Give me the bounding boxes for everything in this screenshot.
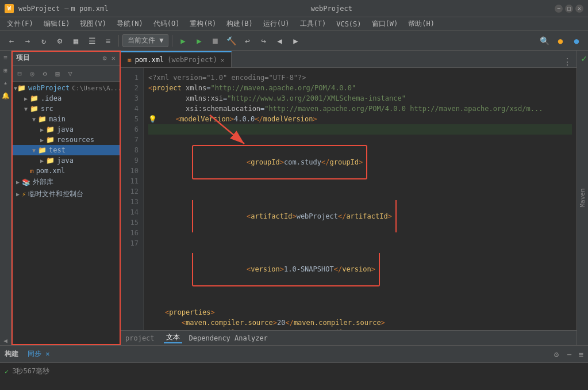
stop-button[interactable]: ⏹ <box>208 34 222 48</box>
code-editor[interactable]: 1 2 3 4 5 6 7 8 9 10 11 12 13 14 15 16 1… <box>121 68 577 330</box>
left-extra1[interactable]: ◀ <box>1 336 10 345</box>
menu-edit[interactable]: 编辑(E) <box>39 18 75 30</box>
maximize-button[interactable]: □ <box>565 5 573 13</box>
build-options-icon[interactable]: ≡ <box>579 350 583 359</box>
left-sidebar-icons: ≡ ⊞ ★ 🔔 ◀ <box>0 51 11 345</box>
editor-tab-text[interactable]: 文本 <box>164 332 182 343</box>
settings-icon[interactable]: ⚙ <box>53 34 67 48</box>
line-num-4: 4 <box>121 104 139 114</box>
menu-navigate[interactable]: 导航(N) <box>112 18 148 30</box>
panel-close-icon[interactable]: ✕ <box>112 54 116 62</box>
toolbar: ← → ↻ ⚙ ▦ ☰ ≡ 当前文件 ▼ ▶ ▶ ⏹ 🔨 ↩ ↪ ◀ ▶ 🔍 ●… <box>0 31 588 51</box>
pom-name: pom.xml <box>36 167 66 175</box>
code-line-11: <properties> <box>148 307 572 318</box>
search-everywhere-button[interactable]: 🔍 <box>537 34 551 48</box>
minimize-button[interactable]: − <box>555 5 563 13</box>
undo-button[interactable]: ↩ <box>240 34 254 48</box>
tab-actions[interactable]: ⋮ <box>563 56 577 67</box>
line-num-14: 14 <box>121 207 139 217</box>
tree-item-java2[interactable]: ▶ 📁 java <box>11 155 120 166</box>
src-folder-icon: 📁 <box>30 105 39 113</box>
structure-icon[interactable]: ≡ <box>1 53 10 62</box>
tree-item-java[interactable]: ▶ 📁 java <box>11 124 120 135</box>
java-name: java <box>57 125 74 133</box>
scratch-icon: ⚡ <box>22 190 26 198</box>
hierarchy-icon[interactable]: ⊞ <box>1 66 10 75</box>
build-settings-icon[interactable]: ⚙ <box>554 350 559 359</box>
tab-pomxml[interactable]: m pom.xml (webProject) ✕ <box>121 51 232 67</box>
tree-item-pom[interactable]: ▶ m pom.xml <box>11 166 120 176</box>
align-left-icon[interactable]: ☰ <box>85 34 99 48</box>
toolbar-separator2 <box>172 35 172 47</box>
run-button[interactable]: ▶ <box>176 34 190 48</box>
line-num-10: 10 <box>121 166 139 176</box>
forward-button[interactable]: → <box>21 34 34 48</box>
bookmark-icon[interactable]: ★ <box>1 78 10 87</box>
prev-button[interactable]: ◀ <box>272 34 286 48</box>
title-bar: W webProject — m pom.xml webProject − □ … <box>0 0 588 17</box>
refresh-button[interactable]: ↻ <box>37 34 51 48</box>
line-num-12: 12 <box>121 186 139 197</box>
extlibs-icon: 📚 <box>22 178 30 186</box>
filter-icon[interactable]: ▽ <box>64 68 76 79</box>
locate-icon[interactable]: ◎ <box>26 68 38 79</box>
tree-item-main[interactable]: ▼ 📁 main <box>11 114 120 124</box>
tab-close-icon[interactable]: ✕ <box>221 57 224 63</box>
idea-folder-icon: 📁 <box>30 94 39 102</box>
tab-pomxml-label: pom.xml <box>135 56 164 64</box>
menu-view[interactable]: 视图(V) <box>75 18 111 30</box>
tree-item-extlibs[interactable]: ▶ 📚 外部库 <box>11 176 120 188</box>
editor-tab-dependency[interactable]: Dependency Analyzer <box>187 334 270 342</box>
maven-sidebar-label[interactable]: Maven <box>579 188 586 207</box>
menu-tools[interactable]: 工具(T) <box>295 18 331 30</box>
extlibs-name: 外部库 <box>33 177 53 187</box>
plugin1-button[interactable]: ● <box>554 34 567 48</box>
tree-item-resources[interactable]: ▶ 📁 resources <box>11 135 120 145</box>
collapse-all-icon[interactable]: ⊟ <box>14 68 25 79</box>
tree-item-root[interactable]: ▼ 📁 webProject C:\Users\A... <box>11 83 120 93</box>
root-path: C:\Users\A... <box>72 85 120 92</box>
menu-refactor[interactable]: 重构(R) <box>185 18 221 30</box>
resources-name: resources <box>57 136 94 144</box>
menu-help[interactable]: 帮助(H) <box>403 18 439 30</box>
redo-button[interactable]: ↪ <box>256 34 270 48</box>
menu-window[interactable]: 窗口(W) <box>367 18 403 30</box>
line-num-15: 15 <box>121 217 139 228</box>
settings-tree-icon[interactable]: ⚙ <box>39 68 51 79</box>
main-area: ≡ ⊞ ★ 🔔 ◀ 项目 ⚙ ✕ ⊟ ◎ ⚙ ▤ ▽ ▼ 📁 webProjec… <box>0 51 588 345</box>
code-line-3: xmlns:xsi="http://www.w3.org/2001/XMLSch… <box>148 93 572 104</box>
menu-code[interactable]: 代码(O) <box>149 18 185 30</box>
code-content[interactable]: <?xml version="1.0" encoding="UTF-8"?> <… <box>144 68 577 330</box>
tree-item-scratch[interactable]: ▶ ⚡ 临时文件和控制台 <box>11 188 120 200</box>
next-button[interactable]: ▶ <box>289 34 302 48</box>
plugin2-button[interactable]: ● <box>570 34 583 48</box>
layout-icon[interactable]: ▦ <box>69 34 83 48</box>
expand-icon[interactable]: ▤ <box>52 68 63 79</box>
breadcrumb-sep: — <box>64 5 68 13</box>
panel-gear-icon[interactable]: ⚙ <box>103 54 107 62</box>
build-project-button[interactable]: 🔨 <box>224 34 238 48</box>
test-folder-icon: 📁 <box>38 146 47 154</box>
line-num-5: 5 <box>121 114 139 124</box>
editor-area: m pom.xml (webProject) ✕ ⋮ 1 2 3 4 5 6 7… <box>121 51 577 345</box>
menu-build[interactable]: 构建(B) <box>222 18 258 30</box>
menu-run[interactable]: 运行(U) <box>259 18 294 30</box>
tree-item-idea[interactable]: ▶ 📁 .idea <box>11 93 120 104</box>
idea-name: .idea <box>41 94 62 102</box>
align-right-icon[interactable]: ≡ <box>101 34 115 48</box>
tree-item-test[interactable]: ▼ 📁 test <box>11 145 120 155</box>
debug-button[interactable]: ▶ <box>192 34 206 48</box>
line-num-6: 6 <box>121 124 139 135</box>
current-file-button[interactable]: 当前文件 ▼ <box>122 34 168 47</box>
menu-vcs[interactable]: VCS(S) <box>332 19 366 29</box>
tree-item-src[interactable]: ▼ 📁 src <box>11 104 120 114</box>
build-minimize-icon[interactable]: − <box>567 350 571 359</box>
breadcrumb: — m pom.xml <box>64 5 108 13</box>
menu-file[interactable]: 文件(F) <box>2 18 38 30</box>
sync-button[interactable]: 同步 ✕ <box>28 349 49 359</box>
close-button[interactable]: ✕ <box>575 5 583 13</box>
line-num-3: 3 <box>121 93 139 104</box>
back-button[interactable]: ← <box>5 34 18 48</box>
line-num-16: 16 <box>121 228 139 238</box>
notification-icon[interactable]: 🔔 <box>1 91 10 100</box>
